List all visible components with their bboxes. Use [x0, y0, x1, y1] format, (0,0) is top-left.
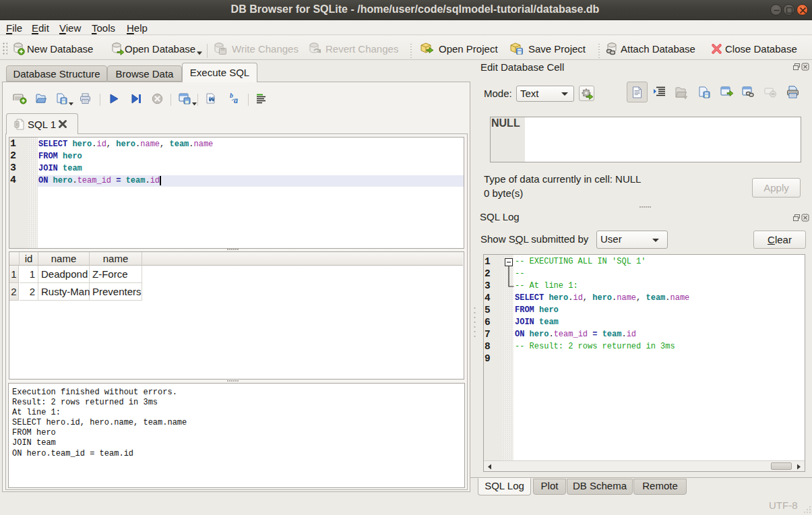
svg-text:b: b [230, 92, 233, 99]
svg-text:a: a [234, 96, 238, 104]
